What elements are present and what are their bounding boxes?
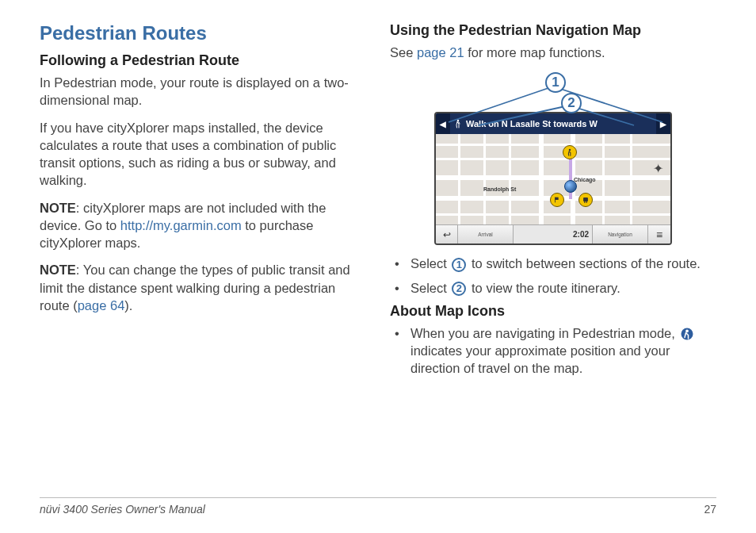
bullet-callout-2: 2 (452, 282, 466, 296)
note-1: NOTE: cityXplorer maps are not included … (40, 199, 366, 252)
bullet-about-position: When you are navigating in Pedestrian mo… (390, 324, 716, 378)
map-clock-text: 2:02 (573, 230, 589, 239)
link-page64[interactable]: page 64 (78, 298, 125, 313)
map-menu-button[interactable]: ≡ (648, 225, 670, 243)
note-1-label: NOTE (40, 201, 76, 215)
note-2-label: NOTE (40, 263, 76, 277)
map-canvas[interactable]: Randolph St Chicago ✦ (436, 134, 670, 224)
svg-point-8 (586, 201, 587, 203)
bullet-3-a: When you are navigating in Pedestrian mo… (410, 326, 678, 340)
bullet-select-2: Select 2 to view the route itinerary. (390, 279, 716, 297)
street-label-chicago: Chicago (574, 177, 596, 182)
bullet-3-b: indicates your approximate position and … (410, 343, 670, 375)
map-bottombar: ↩ Arrival 2:02 Navigation ≡ (436, 224, 670, 243)
svg-point-12 (686, 330, 689, 333)
map-nav-chip[interactable]: Navigation (593, 225, 648, 243)
footer-manual-title: nüvi 3400 Series Owner's Manual (40, 503, 205, 516)
see-b: for more map functions. (464, 45, 605, 59)
bullet-select-1: Select 1 to switch between sections of t… (390, 255, 716, 272)
svg-rect-9 (556, 197, 559, 200)
subheading-following: Following a Pedestrian Route (40, 52, 366, 69)
street-label-randolph: Randolph St (483, 186, 516, 192)
see-a: See (390, 45, 417, 59)
page-footer: nüvi 3400 Series Owner's Manual 27 (40, 497, 716, 516)
page-title: Pedestrian Routes (40, 22, 366, 44)
svg-rect-6 (583, 197, 588, 201)
compass-icon[interactable]: ✦ (650, 161, 666, 177)
map-nav-label: Navigation (608, 232, 632, 237)
link-mygarmin[interactable]: http://my.garmin.com (120, 218, 242, 232)
bullet-2-a: Select (410, 281, 450, 295)
link-page21[interactable]: page 21 (417, 45, 464, 59)
see-page21: See page 21 for more map functions. (390, 44, 716, 61)
para-cityxplorer: If you have cityXplorer maps installed, … (40, 119, 366, 190)
pin-bus-icon (582, 196, 590, 204)
svg-point-5 (569, 149, 571, 151)
bullet-callout-1: 1 (452, 258, 466, 272)
map-roads (436, 134, 670, 224)
right-column: Using the Pedestrian Navigation Map See … (390, 22, 716, 474)
pin-flag-icon (553, 196, 561, 204)
map-back-button[interactable]: ↩ (436, 225, 458, 243)
note-2: NOTE: You can change the types of public… (40, 261, 366, 314)
left-column: Pedestrian Routes Following a Pedestrian… (40, 22, 366, 474)
using-map-bullets: Select 1 to switch between sections of t… (390, 255, 716, 297)
svg-line-2 (479, 105, 569, 125)
svg-point-7 (584, 201, 586, 203)
map-arrival-chip[interactable]: Arrival (458, 225, 514, 243)
subheading-using-map: Using the Pedestrian Navigation Map (390, 22, 716, 39)
note-2-text-b: ). (124, 298, 132, 313)
footer-page-number: 27 (704, 503, 716, 516)
para-intro: In Pedestrian mode, your route is displa… (40, 74, 366, 109)
map-arrival-label: Arrival (478, 232, 492, 237)
page-columns: Pedestrian Routes Following a Pedestrian… (40, 22, 716, 474)
about-icons-bullets: When you are navigating in Pedestrian mo… (390, 324, 716, 378)
map-clock: 2:02 (514, 225, 593, 243)
bullet-1-a: Select (410, 256, 450, 270)
map-figure: 1 2 ◀ Walk on N Lasalle St towards W ▶ (390, 71, 716, 245)
figure-callouts: 1 2 (434, 71, 672, 112)
bullet-1-b: to switch between sections of the route. (468, 256, 701, 270)
subheading-about-icons: About Map Icons (390, 303, 716, 320)
bullet-2-b: to view the route itinerary. (468, 281, 620, 295)
position-inline-icon (680, 327, 694, 341)
svg-line-0 (449, 86, 553, 122)
pin-walk-icon (566, 148, 574, 156)
